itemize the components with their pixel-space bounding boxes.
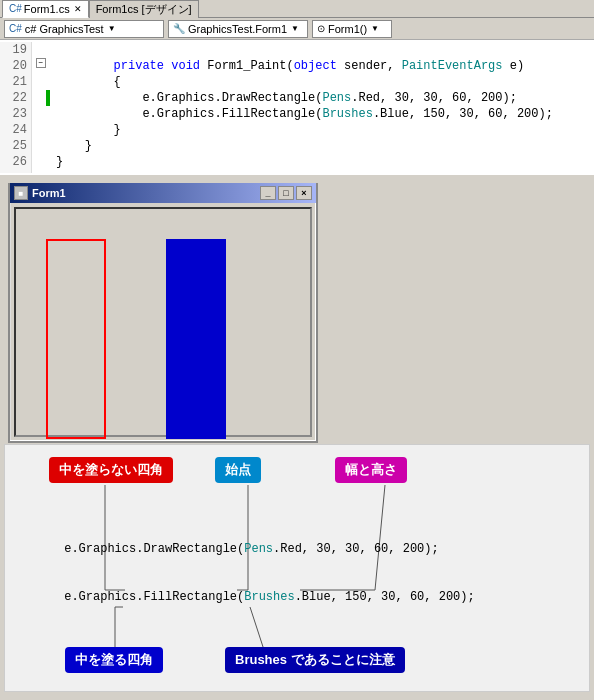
explanation-section: 中を塗らない四角 始点 幅と高さ e.Graphics.DrawRectangl… (4, 444, 590, 692)
code-content[interactable]: private void Form1_Paint(object sender, … (52, 42, 594, 173)
code-editor: C# Form1.cs ✕ Form1cs [デザイン] C# c# Graph… (0, 0, 594, 175)
win-title-left: ■ Form1 (14, 186, 66, 200)
line-numbers: 19 20 21 22 23 24 25 26 (0, 42, 32, 173)
member-dropdown-value: GraphicsTest.Form1 (188, 23, 287, 35)
green-bar (46, 90, 50, 106)
editor-toolbar: C# c# GraphicsTest ▼ 🔧 GraphicsTest.Form… (0, 18, 594, 40)
code-line-23: e.Graphics.FillRectangle(Brushes.Blue, 1… (56, 106, 594, 122)
class-dropdown[interactable]: C# c# GraphicsTest ▼ (4, 20, 164, 38)
tab-label-form1cs: Form1.cs (24, 3, 70, 15)
win-maximize-btn[interactable]: □ (278, 186, 294, 200)
tab-label-design: Form1cs [デザイン] (96, 2, 192, 17)
class-dropdown-value: c# GraphicsTest (25, 23, 104, 35)
win-body (14, 207, 312, 437)
drawn-rectangle-outline (46, 239, 106, 439)
win-form-icon: ■ (14, 186, 28, 200)
code-gutter: − (32, 42, 52, 173)
drawn-rectangle-filled (166, 239, 226, 439)
code-line-25: } (56, 138, 594, 154)
label-brushes-note: Brushes であることに注意 (225, 647, 405, 673)
code-line-26: } (56, 154, 594, 170)
tab-form1-design[interactable]: Form1cs [デザイン] (89, 0, 199, 18)
win-titlebar[interactable]: ■ Form1 _ □ × (10, 183, 316, 203)
member-dropdown-arrow: ▼ (291, 24, 299, 33)
code-line-22: e.Graphics.DrawRectangle(Pens.Red, 30, 3… (56, 90, 594, 106)
win-close-btn[interactable]: × (296, 186, 312, 200)
win-minimize-btn[interactable]: _ (260, 186, 276, 200)
code-line-19 (56, 42, 594, 58)
code-line-24: } (56, 122, 594, 138)
win-title-text: Form1 (32, 187, 66, 199)
tab-bar: C# Form1.cs ✕ Form1cs [デザイン] (0, 0, 594, 18)
tab-form1cs[interactable]: C# Form1.cs ✕ (2, 0, 89, 18)
expand-icon[interactable]: − (36, 58, 46, 68)
code-line-21: { (56, 74, 594, 90)
code-area[interactable]: 19 20 21 22 23 24 25 26 − private void F… (0, 40, 594, 175)
code-lines-annotation: e.Graphics.DrawRectangle(Pens.Red, 30, 3… (21, 525, 475, 621)
label-start-point: 始点 (215, 457, 261, 483)
class-dropdown-arrow: ▼ (108, 24, 116, 33)
method-dropdown-value: Form1() (328, 23, 367, 35)
code-ann-line2: e.Graphics.FillRectangle(Brushes.Blue, 1… (21, 573, 475, 621)
win-controls: _ □ × (260, 186, 312, 200)
method-dropdown[interactable]: ⊙ Form1() ▼ (312, 20, 392, 38)
label-no-fill: 中を塗らない四角 (49, 457, 173, 483)
form-window-section: ■ Form1 _ □ × (0, 175, 594, 440)
code-ann-line1: e.Graphics.DrawRectangle(Pens.Red, 30, 3… (21, 525, 475, 573)
label-fill: 中を塗る四角 (65, 647, 163, 673)
member-dropdown[interactable]: 🔧 GraphicsTest.Form1 ▼ (168, 20, 308, 38)
code-line-20: private void Form1_Paint(object sender, … (56, 58, 594, 74)
tab-close-icon[interactable]: ✕ (74, 4, 82, 14)
win-form[interactable]: ■ Form1 _ □ × (8, 183, 318, 443)
label-width-height: 幅と高さ (335, 457, 407, 483)
method-dropdown-arrow: ▼ (371, 24, 379, 33)
